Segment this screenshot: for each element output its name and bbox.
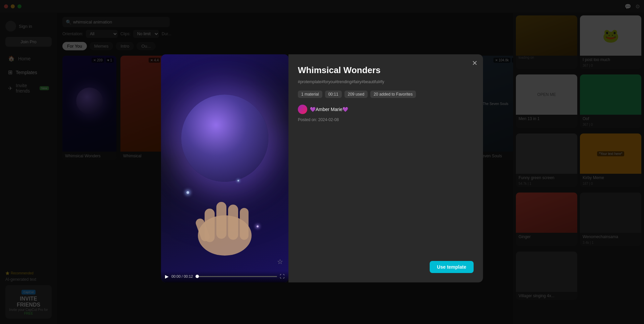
progress-bar[interactable] xyxy=(196,276,277,277)
video-placeholder xyxy=(161,54,288,282)
modal-inner: ▶ 00:00 / 00:12 ⛶ ☆ ✕ Whimsical Wonders … xyxy=(161,54,483,282)
progress-dot xyxy=(196,275,199,278)
video-controls: ▶ 00:00 / 00:12 ⛶ xyxy=(161,271,288,282)
svg-rect-3 xyxy=(228,205,238,240)
material-badge: 1 material xyxy=(298,91,322,98)
creator-name: 💜Amber Marie💜 xyxy=(310,107,348,112)
play-button[interactable]: ▶ xyxy=(165,274,169,279)
svg-rect-2 xyxy=(216,202,226,239)
modal-info-side: ✕ Whimsical Wonders #protemplate#foryou#… xyxy=(288,54,483,282)
favorites-badge: 20 added to Favorites xyxy=(370,91,416,98)
duration-badge: 00:11 xyxy=(325,91,342,98)
modal: ▶ 00:00 / 00:12 ⛶ ☆ ✕ Whimsical Wonders … xyxy=(0,13,644,324)
star-button[interactable]: ☆ xyxy=(277,258,283,266)
fullscreen-button[interactable]: ⛶ xyxy=(280,274,284,279)
posted-on: Posted on: 2024-02-08 xyxy=(298,117,474,122)
creator-row: 💜Amber Marie💜 xyxy=(298,105,474,114)
modal-meta: 1 material 00:11 209 used 20 added to Fa… xyxy=(298,91,474,98)
svg-rect-4 xyxy=(240,208,249,240)
modal-title: Whimsical Wonders xyxy=(298,65,474,75)
used-badge: 209 used xyxy=(344,91,368,98)
creator-avatar xyxy=(298,105,307,114)
modal-close-button[interactable]: ✕ xyxy=(472,60,478,66)
time-display: 00:00 / 00:12 xyxy=(171,274,193,278)
hand-svg xyxy=(188,168,262,262)
use-template-button[interactable]: Use template xyxy=(430,261,474,273)
modal-hashtags: #protemplate#foryou#trending#fairy#beaut… xyxy=(298,79,474,85)
modal-video-side: ▶ 00:00 / 00:12 ⛶ ☆ xyxy=(161,54,288,282)
progress-fill xyxy=(196,276,197,277)
